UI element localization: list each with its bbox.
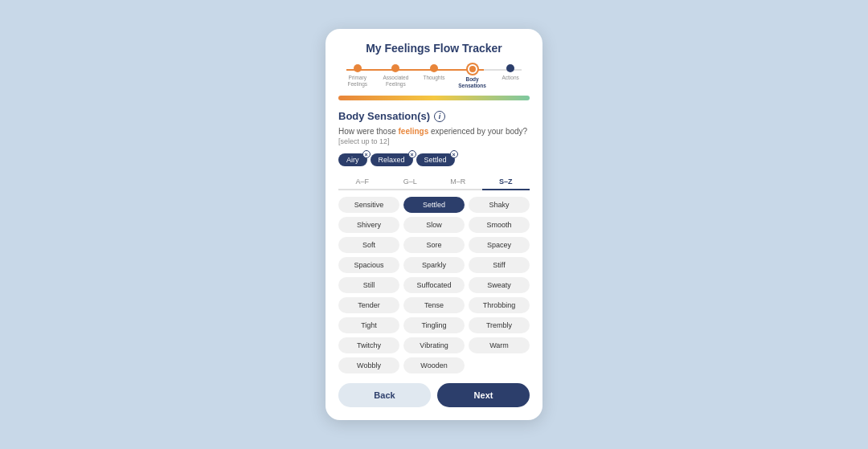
color-progress-bar (338, 96, 530, 100)
tab-gl[interactable]: G–L (387, 174, 435, 189)
pill-sore[interactable]: Sore (403, 237, 465, 253)
pills-grid: Sensitive Settled Shaky Shivery Slow Smo… (338, 197, 530, 373)
info-icon[interactable]: i (434, 111, 445, 122)
pill-tender[interactable]: Tender (338, 297, 399, 313)
step-thoughts: Thoughts (415, 64, 453, 81)
tab-af[interactable]: A–F (338, 174, 387, 189)
pill-smooth[interactable]: Smooth (469, 217, 530, 233)
app-title: My Feelings Flow Tracker (338, 42, 530, 55)
alpha-tabs: A–F G–L M–R S–Z (338, 174, 530, 190)
step-dot-actions (506, 64, 514, 72)
step-dot-primary (354, 64, 362, 72)
chip-airy[interactable]: Airy × (338, 153, 367, 166)
pill-tense[interactable]: Tense (403, 297, 465, 313)
chip-settled-label: Settled (424, 156, 447, 164)
pill-stiff[interactable]: Stiff (469, 257, 530, 273)
pill-tight[interactable]: Tight (338, 317, 399, 333)
chip-airy-label: Airy (346, 156, 359, 164)
pill-warm[interactable]: Warm (469, 337, 530, 353)
pill-soft[interactable]: Soft (338, 237, 399, 253)
pill-vibrating[interactable]: Vibrating (403, 337, 465, 353)
step-associated: AssociatedFeelings (377, 64, 416, 88)
pill-still[interactable]: Still (338, 277, 399, 293)
step-primary: PrimaryFeelings (338, 64, 377, 88)
pill-trembly[interactable]: Trembly (469, 317, 530, 333)
selected-chips-row: Airy × Relaxed × Settled × (338, 153, 530, 166)
step-label-body: BodySensations (458, 76, 486, 90)
chip-airy-remove[interactable]: × (362, 150, 371, 158)
chip-settled-remove[interactable]: × (450, 150, 458, 158)
pill-shaky[interactable]: Shaky (469, 197, 530, 213)
pill-shivery[interactable]: Shivery (338, 217, 399, 233)
section-subtitle: How were those feelings experienced by y… (338, 127, 530, 136)
pill-wobbly[interactable]: Wobbly (338, 357, 399, 373)
section-hint: [select up to 12] (338, 137, 530, 145)
step-body: BodySensations (453, 64, 492, 90)
pill-spacey[interactable]: Spacey (469, 237, 530, 253)
chip-settled[interactable]: Settled × (416, 153, 455, 166)
pill-tingling[interactable]: Tingling (403, 317, 465, 333)
step-label-associated: AssociatedFeelings (383, 75, 408, 88)
pill-throbbing[interactable]: Throbbing (469, 297, 530, 313)
pill-wooden[interactable]: Wooden (403, 357, 465, 373)
tab-sz[interactable]: S–Z (482, 174, 530, 190)
pill-sparkly[interactable]: Sparkly (403, 257, 465, 273)
step-dot-associated (391, 64, 399, 72)
chip-relaxed[interactable]: Relaxed × (371, 153, 413, 166)
tab-mr[interactable]: M–R (434, 174, 482, 189)
step-label-primary: PrimaryFeelings (348, 75, 368, 88)
section-title-text: Body Sensation(s) (338, 110, 430, 122)
step-label-thoughts: Thoughts (423, 75, 444, 81)
step-label-actions: Actions (502, 75, 519, 81)
pill-suffocated[interactable]: Suffocated (403, 277, 465, 293)
step-dot-body (468, 64, 477, 74)
pill-twitchy[interactable]: Twitchy (338, 337, 399, 353)
main-card: My Feelings Flow Tracker PrimaryFeelings… (326, 29, 542, 421)
chip-relaxed-label: Relaxed (379, 156, 405, 164)
step-dot-thoughts (430, 64, 438, 72)
step-actions: Actions (491, 64, 530, 81)
section-title-row: Body Sensation(s) i (338, 110, 530, 122)
footer-buttons: Back Next (338, 383, 530, 407)
back-button[interactable]: Back (338, 383, 431, 407)
pill-slow[interactable]: Slow (403, 217, 465, 233)
chip-relaxed-remove[interactable]: × (408, 150, 416, 158)
feelings-link[interactable]: feelings (398, 127, 428, 136)
pill-sensitive[interactable]: Sensitive (338, 197, 399, 213)
pill-spacious[interactable]: Spacious (338, 257, 399, 273)
next-button[interactable]: Next (437, 383, 530, 407)
progress-bar: PrimaryFeelings AssociatedFeelings Thoug… (338, 64, 530, 90)
pill-sweaty[interactable]: Sweaty (469, 277, 530, 293)
pill-settled[interactable]: Settled (403, 197, 465, 213)
